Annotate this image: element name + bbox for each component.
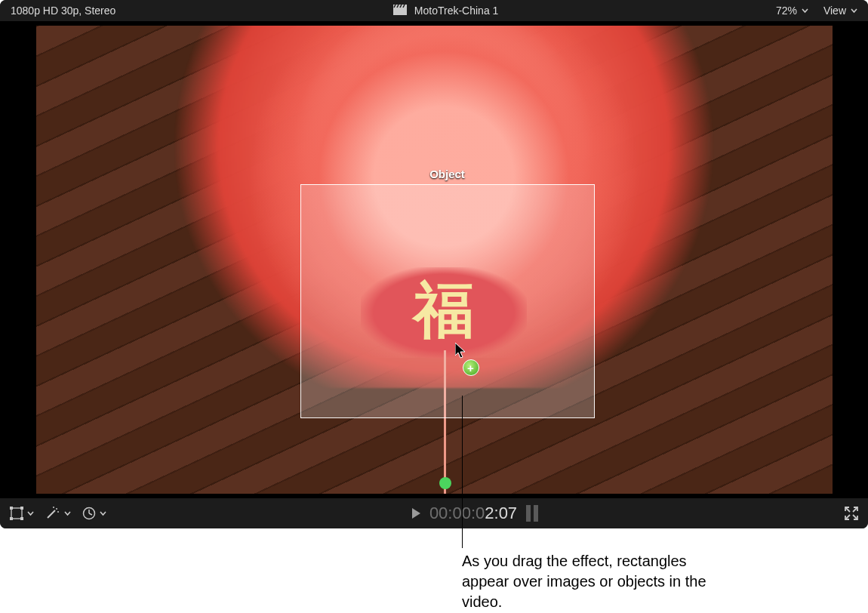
chevron-down-icon bbox=[802, 8, 808, 14]
chevron-down-icon bbox=[851, 8, 857, 14]
chevron-down-icon bbox=[27, 510, 34, 517]
svg-point-13 bbox=[56, 508, 57, 510]
svg-point-14 bbox=[57, 511, 59, 513]
pause-icon[interactable] bbox=[526, 505, 538, 522]
help-annotation: As you drag the effect, rectangles appea… bbox=[0, 528, 868, 611]
project-title: MotoTrek-China 1 bbox=[414, 5, 499, 17]
timecode-bright: 2:07 bbox=[485, 504, 517, 522]
project-title-area: MotoTrek-China 1 bbox=[115, 5, 776, 17]
video-editor-viewer: 1080p HD 30p, Stereo MotoTrek-China 1 72… bbox=[0, 0, 868, 528]
play-icon[interactable] bbox=[412, 508, 420, 519]
svg-line-21 bbox=[853, 515, 857, 519]
viewer-top-bar: 1080p HD 30p, Stereo MotoTrek-China 1 72… bbox=[0, 0, 868, 22]
svg-marker-6 bbox=[455, 343, 465, 358]
enhance-tool[interactable] bbox=[45, 506, 71, 521]
svg-rect-0 bbox=[393, 8, 407, 15]
format-readout: 1080p HD 30p, Stereo bbox=[11, 5, 115, 17]
callout-text: As you drag the effect, rectangles appea… bbox=[462, 551, 734, 611]
svg-line-20 bbox=[853, 508, 857, 512]
fullscreen-button[interactable] bbox=[844, 506, 859, 521]
svg-rect-10 bbox=[10, 517, 13, 520]
svg-line-22 bbox=[846, 515, 850, 519]
zoom-dropdown[interactable]: 72% bbox=[776, 5, 808, 17]
svg-line-12 bbox=[48, 510, 55, 518]
svg-rect-7 bbox=[11, 508, 22, 519]
zoom-value: 72% bbox=[776, 5, 797, 17]
svg-line-18 bbox=[89, 513, 92, 515]
video-frame[interactable]: Object + bbox=[36, 26, 833, 494]
cursor-icon bbox=[455, 343, 467, 359]
retime-tool[interactable] bbox=[82, 506, 106, 521]
clapperboard-icon bbox=[393, 5, 407, 17]
view-dropdown[interactable]: View bbox=[823, 5, 857, 17]
object-selection-rect[interactable] bbox=[300, 184, 595, 418]
viewer-bottom-bar: 00:00:02:07 bbox=[0, 497, 868, 528]
object-selection-label: Object bbox=[300, 168, 595, 180]
plus-add-icon: + bbox=[463, 359, 479, 376]
chevron-down-icon bbox=[100, 510, 106, 517]
timecode-dim: 00:00:0 bbox=[429, 504, 485, 522]
svg-point-15 bbox=[53, 507, 54, 508]
viewer-canvas-area[interactable]: Object + bbox=[0, 22, 868, 497]
svg-rect-11 bbox=[20, 517, 23, 520]
view-label: View bbox=[823, 5, 846, 17]
green-bead bbox=[439, 477, 451, 489]
callout-line bbox=[462, 396, 463, 548]
transform-tool[interactable] bbox=[9, 506, 34, 521]
svg-rect-9 bbox=[20, 507, 23, 510]
chevron-down-icon bbox=[64, 510, 71, 517]
svg-rect-8 bbox=[10, 507, 13, 510]
timecode-area: 00:00:02:07 bbox=[117, 504, 833, 523]
svg-line-19 bbox=[846, 508, 850, 512]
